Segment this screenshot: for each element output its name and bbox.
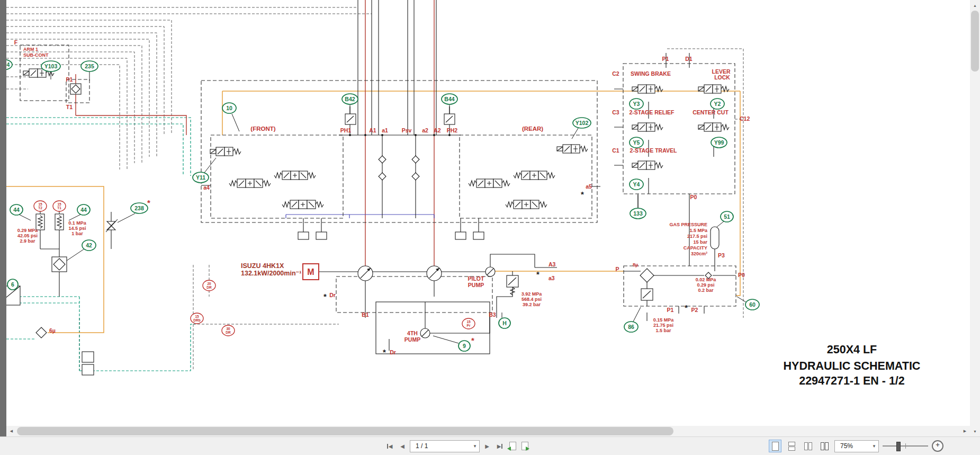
zoom-slider-tick	[905, 443, 906, 449]
badge-51: 51	[721, 211, 733, 222]
zoom-in-button[interactable]: +	[932, 440, 943, 452]
scroll-left-button[interactable]: ◀	[6, 426, 16, 436]
star-238: *	[147, 198, 150, 207]
port-t1-topleft: T1	[66, 104, 73, 110]
svg-text:B44: B44	[444, 96, 454, 102]
pressure-b-1: 0.1 MPa	[68, 220, 87, 226]
page-navigation-group: ◀ ◀ 1 / 1 ▾ ▶ ▶	[384, 440, 529, 452]
svg-text:15: 15	[195, 315, 199, 318]
title-line-3: 22947271-1 EN - 1/2	[799, 374, 905, 387]
star-a5: *	[581, 190, 584, 199]
engine-name: ISUZU 4HK1X	[241, 262, 284, 270]
zoom-dropdown-icon[interactable]: ▾	[870, 443, 878, 449]
badge-b44: B44	[442, 94, 457, 104]
engine-motor-box: M	[303, 264, 319, 280]
zoom-combobox[interactable]: 75% ▾	[834, 440, 879, 452]
engine-power: 132.1kW/2000min⁻¹	[241, 270, 301, 277]
svg-text:DRb: DRb	[193, 318, 200, 322]
port-p: P	[615, 266, 619, 272]
port-a5: a5	[586, 183, 592, 190]
svg-text:B42: B42	[345, 96, 355, 102]
next-page-icon: ▶	[485, 443, 489, 449]
scroll-down-button[interactable]: ▼	[970, 426, 980, 436]
two-page-view-button[interactable]	[802, 440, 814, 452]
pressure-a-3: 2.9 bar	[20, 238, 35, 244]
port-a2-lower: a2	[422, 127, 428, 133]
relief-pressure-1: 3.92 MPa	[522, 291, 543, 297]
port-p1-bottom: P1	[667, 307, 674, 313]
svg-text:15: 15	[38, 202, 42, 206]
port-c2: C2	[612, 70, 619, 77]
port-p0-solenoid: P0	[690, 194, 697, 200]
p0-pressure-2: 0.29 psi	[697, 282, 714, 288]
vertical-scroll-thumb[interactable]	[971, 11, 979, 72]
next-view-button[interactable]	[519, 441, 529, 451]
pilot-pump-label-1: PILOT	[468, 275, 485, 282]
previous-view-arrow-icon	[507, 447, 511, 451]
scroll-right-icon: ▶	[964, 429, 966, 433]
filter-6u-label: 6µ	[49, 327, 56, 334]
horizontal-scrollbar[interactable]: ◀ ▶	[6, 426, 970, 436]
vertical-scrollbar[interactable]: ▲ ▼	[970, 0, 980, 436]
svg-text:Y2: Y2	[714, 101, 721, 107]
gas-label-5: CAPACITY	[684, 245, 707, 251]
horizontal-scroll-thumb[interactable]	[17, 427, 673, 435]
svg-text:Pr: Pr	[467, 324, 471, 327]
zoom-slider-thumb[interactable]	[896, 442, 901, 451]
scroll-up-button[interactable]: ▲	[970, 0, 980, 11]
oval-pr: 15Pr	[462, 318, 475, 329]
badge-h: H	[499, 318, 510, 328]
gas-label-4: 15 bar	[693, 239, 707, 245]
scroll-right-button[interactable]: ▶	[960, 426, 970, 436]
port-c1: C1	[612, 147, 619, 154]
viewer-toolbar: ◀ ◀ 1 / 1 ▾ ▶ ▶ 75% ▾ +	[0, 436, 980, 455]
zoom-slider[interactable]	[883, 440, 928, 452]
first-page-icon: ◀	[389, 443, 393, 449]
p0-pressure-1: 0.02 MPa	[696, 277, 717, 282]
relief-pressure-3: 39.2 bar	[523, 302, 541, 307]
previous-page-button[interactable]: ◀	[397, 440, 408, 452]
port-p3: P3	[718, 252, 725, 258]
badge-y11: Y11	[193, 172, 209, 183]
oval-t2: 15T2	[34, 201, 47, 211]
swing-brake-label: SWING BRAKE	[631, 70, 671, 77]
next-page-button[interactable]: ▶	[482, 440, 492, 452]
first-page-button[interactable]: ◀	[384, 440, 395, 452]
port-a2-upper: A2	[434, 127, 441, 133]
p86-pressure-2: 21.75 psi	[653, 323, 673, 328]
scroll-down-icon: ▼	[973, 430, 977, 433]
two-pages-icon	[804, 442, 812, 450]
page-number-combobox[interactable]: 1 / 1 ▾	[410, 440, 480, 452]
arm1-label-1: ARM 1	[23, 47, 38, 52]
title-line-2: HYDRAULIC SCHEMATIC	[784, 360, 921, 372]
port-c3: C3	[612, 109, 619, 115]
book-view-button[interactable]	[818, 440, 831, 452]
port-psv: Psv	[402, 127, 412, 133]
scroll-up-icon: ▲	[973, 4, 977, 7]
gas-label-6: 320cm³	[691, 251, 707, 256]
pressure-b-3: 1 bar	[71, 231, 83, 236]
previous-view-button[interactable]	[507, 441, 517, 451]
svg-text:Y99: Y99	[714, 139, 724, 146]
page-dropdown-icon[interactable]: ▾	[471, 443, 479, 449]
badge-44a: 44	[10, 204, 23, 215]
port-a3-lower: a3	[549, 275, 555, 281]
pump4-label-2: PUMP	[404, 336, 420, 343]
pdf-viewer-window: M Y104 Y103 235 10 B42 B44 Y102 Y11 44 4…	[0, 0, 980, 455]
svg-text:42: 42	[86, 242, 92, 248]
svg-text:51: 51	[724, 213, 730, 220]
port-f: F	[14, 39, 18, 46]
title-line-1: 250X4 LF	[827, 343, 877, 356]
continuous-view-button[interactable]	[785, 440, 798, 452]
view-zoom-group: 75% ▾ +	[769, 440, 943, 452]
pdf-page-canvas: M Y104 Y103 235 10 B42 B44 Y102 Y11 44 4…	[0, 0, 980, 426]
svg-text:15: 15	[466, 320, 471, 324]
badge-10: 10	[222, 103, 236, 113]
last-page-button[interactable]: ▶	[495, 440, 505, 452]
badge-y104: Y104	[0, 59, 12, 70]
svg-text:Y11: Y11	[196, 174, 205, 181]
star-dr-left: *	[323, 292, 327, 301]
badge-y102: Y102	[573, 118, 591, 128]
gas-label-3: 217.5 psi	[687, 234, 707, 239]
single-page-view-button[interactable]	[769, 440, 781, 452]
